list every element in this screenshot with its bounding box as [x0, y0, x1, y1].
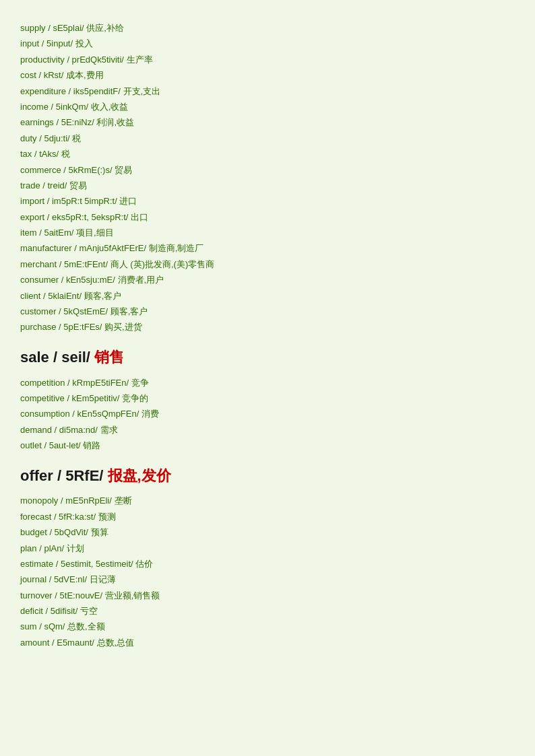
word-pronunciation: / 5tE:nouvE/	[55, 590, 102, 600]
word-pronunciation: / 5difisit/	[46, 606, 78, 616]
word-chinese: 亏空	[80, 606, 98, 616]
word-pronunciation: / 5aitEm/	[39, 228, 73, 238]
word-chinese: 需求	[100, 425, 118, 435]
word-chinese: 消费	[141, 409, 159, 419]
list-item: purchase / 5pE:tFEs/ 购买,进货	[20, 319, 515, 335]
word-pronunciation: / 5input/	[42, 38, 73, 48]
word-chinese: 消费者,用户	[118, 275, 164, 285]
word-pronunciation: / 5bQdVit/	[49, 527, 88, 537]
word-english: merchant	[20, 259, 57, 269]
list-item: estimate / 5estimit, 5estimeit/ 估价	[20, 556, 515, 572]
word-english: budget	[20, 527, 47, 537]
word-pronunciation: / kEn5sju:mE/	[61, 275, 115, 285]
word-chinese: 商人 (英)批发商,(美)零售商	[111, 259, 215, 269]
list-item: consumer / kEn5sju:mE/ 消费者,用户	[20, 272, 515, 287]
word-chinese: 顾客,客户	[84, 291, 122, 301]
section-english: offer / 5RfE/	[20, 467, 103, 484]
word-pronunciation: / 5dVE:nl/	[49, 574, 87, 584]
word-pronunciation: / eks5pR:t, 5ekspR:t/	[47, 212, 129, 222]
word-english: client	[20, 291, 40, 301]
word-chinese: 项目,细目	[76, 228, 114, 238]
list-item: plan / plAn/ 计划	[20, 541, 515, 556]
list-item: merchant / 5mE:tFEnt/ 商人 (英)批发商,(美)零售商	[20, 256, 515, 272]
word-pronunciation: / 5aut-let/	[44, 440, 80, 450]
word-chinese: 收入,收益	[91, 102, 129, 112]
list-item: forecast / 5fR:ka:st/ 预测	[20, 509, 515, 524]
word-english: forecast	[20, 512, 51, 522]
word-chinese: 利润,收益	[96, 117, 134, 127]
word-pronunciation: / mE5nRpEli/	[61, 495, 112, 506]
word-english: consumer	[20, 275, 59, 285]
word-pronunciation: / iks5penditF/	[69, 86, 121, 96]
word-english: customer	[20, 306, 56, 316]
word-english: sum	[20, 621, 37, 631]
word-pronunciation: / prEdQk5tiviti/	[67, 55, 124, 65]
word-pronunciation: / plAn/	[39, 543, 64, 553]
word-english: consumption	[20, 409, 70, 419]
word-chinese: 投入	[75, 38, 93, 48]
word-chinese: 销路	[83, 440, 100, 450]
word-chinese: 成本,费用	[66, 70, 104, 80]
word-english: commerce	[20, 165, 61, 175]
list-item: journal / 5dVE:nl/ 日记薄	[20, 572, 515, 587]
word-chinese: 生产率	[127, 55, 153, 65]
list-item: cost / kRst/ 成本,费用	[20, 67, 515, 83]
list-item: supply / sE5plai/ 供应,补给	[20, 20, 515, 36]
word-english: estimate	[20, 559, 53, 569]
word-pronunciation: / kEm5petitiv/	[67, 393, 119, 403]
word-pronunciation: / kRst/	[38, 70, 63, 80]
word-chinese: 制造商,制造厂	[149, 243, 204, 253]
list-item: productivity / prEdQk5tiviti/ 生产率	[20, 52, 515, 67]
list-item: manufacturer / mAnju5fAktFErE/ 制造商,制造厂	[20, 240, 515, 256]
section-chinese: 报盘,发价	[108, 467, 171, 484]
word-chinese: 出口	[131, 212, 148, 222]
list-item: client / 5klaiEnt/ 顾客,客户	[20, 288, 515, 304]
word-chinese: 竞争	[131, 378, 149, 388]
word-english: import	[20, 196, 44, 206]
word-english: deficit	[20, 606, 43, 616]
list-item: deficit / 5difisit/ 亏空	[20, 603, 515, 619]
word-chinese: 日记薄	[90, 574, 116, 584]
word-chinese: 贸易	[115, 165, 132, 175]
word-pronunciation: / E5maunt/	[52, 638, 94, 648]
word-chinese: 预测	[98, 512, 116, 522]
word-chinese: 总数,全额	[67, 621, 105, 631]
word-english: trade	[20, 180, 40, 191]
list-item: competitive / kEm5petitiv/ 竞争的	[20, 390, 515, 406]
list-item: outlet / 5aut-let/ 销路	[20, 438, 515, 453]
section-chinese: 销售	[94, 349, 124, 366]
list-item: duty / 5dju:ti/ 税	[20, 131, 515, 146]
word-pronunciation: / 5dju:ti/	[39, 133, 70, 143]
word-chinese: 顾客,客户	[111, 306, 148, 316]
list-item: item / 5aitEm/ 项目,细目	[20, 225, 515, 240]
list-item: budget / 5bQdVit/ 预算	[20, 524, 515, 540]
list-item: input / 5input/ 投入	[20, 36, 515, 51]
word-pronunciation: / 5fR:ka:st/	[54, 512, 96, 522]
word-chinese: 税	[61, 149, 70, 159]
word-pronunciation: / 5estimit, 5estimeit/	[56, 559, 133, 569]
word-chinese: 供应,补给	[86, 23, 124, 33]
word-chinese: 垄断	[115, 495, 132, 506]
word-chinese: 总数,总值	[97, 638, 135, 648]
word-english: productivity	[20, 55, 65, 65]
word-pronunciation: / 5pE:tFEs/	[59, 322, 102, 332]
word-english: competition	[20, 378, 65, 388]
word-english: turnover	[20, 590, 53, 600]
word-english: amount	[20, 638, 49, 648]
list-item: amount / E5maunt/ 总数,总值	[20, 635, 515, 650]
word-english: tax	[20, 149, 32, 159]
word-pronunciation: / tAks/	[34, 149, 59, 159]
word-pronunciation: / sQm/	[39, 621, 65, 631]
word-chinese: 开支,支出	[123, 86, 161, 96]
word-english: export	[20, 212, 44, 222]
word-english: outlet	[20, 440, 42, 450]
vocab-list-top: supply / sE5plai/ 供应,补给input / 5input/ 投…	[20, 20, 515, 335]
word-pronunciation: / 5mE:tFEnt/	[59, 259, 108, 269]
main-content: supply / sE5plai/ 供应,补给input / 5input/ 投…	[20, 13, 515, 657]
word-chinese: 贸易	[69, 180, 87, 191]
word-english: input	[20, 38, 39, 48]
word-english: monopoly	[20, 495, 58, 506]
word-pronunciation: / 5inkQm/	[51, 102, 89, 112]
word-chinese: 进口	[119, 196, 137, 206]
word-pronunciation: / kEn5sQmpFEn/	[72, 409, 139, 419]
